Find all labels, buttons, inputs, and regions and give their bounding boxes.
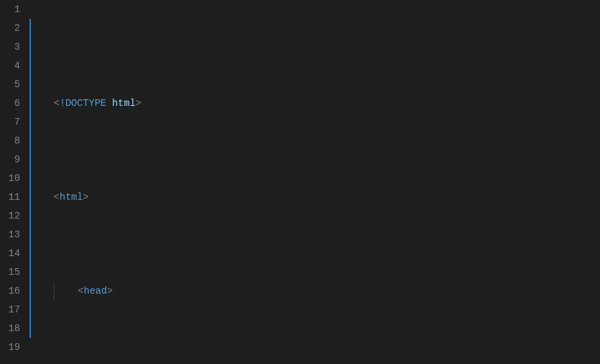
line-number: 8 (0, 131, 20, 150)
line-number-gutter: 1 2 3 4 5 6 7 8 9 10 11 12 13 14 15 16 1… (0, 0, 30, 364)
line-number: 11 (0, 188, 20, 206)
line-number: 10 (0, 169, 20, 188)
line-number: 13 (0, 225, 20, 244)
doctype-keyword: !DOCTYPE (60, 98, 107, 109)
line-number: 7 (0, 113, 20, 131)
line-number: 1 (0, 0, 20, 19)
code-editor[interactable]: <!DOCTYPE html> <html> <head> <title>Bel… (30, 0, 600, 364)
line-number: 18 (0, 319, 20, 338)
line-number: 6 (0, 94, 20, 113)
line-number: 2 (0, 19, 20, 38)
line-number: 12 (0, 206, 20, 225)
line-number: 3 (0, 38, 20, 56)
line-number: 16 (0, 282, 20, 300)
line-number: 5 (0, 75, 20, 94)
code-line[interactable]: <head> (30, 282, 600, 300)
line-number: 4 (0, 56, 20, 75)
line-number: 14 (0, 244, 20, 263)
code-line[interactable]: <!DOCTYPE html> (30, 94, 600, 113)
line-number: 19 (0, 338, 20, 357)
tag-head-open: head (84, 286, 107, 296)
doctype-name: html (112, 98, 136, 109)
line-number: 15 (0, 263, 20, 282)
line-number: 17 (0, 300, 20, 319)
line-number: 9 (0, 150, 20, 169)
code-line[interactable]: <html> (30, 188, 600, 206)
tag-html-open: html (60, 192, 83, 202)
